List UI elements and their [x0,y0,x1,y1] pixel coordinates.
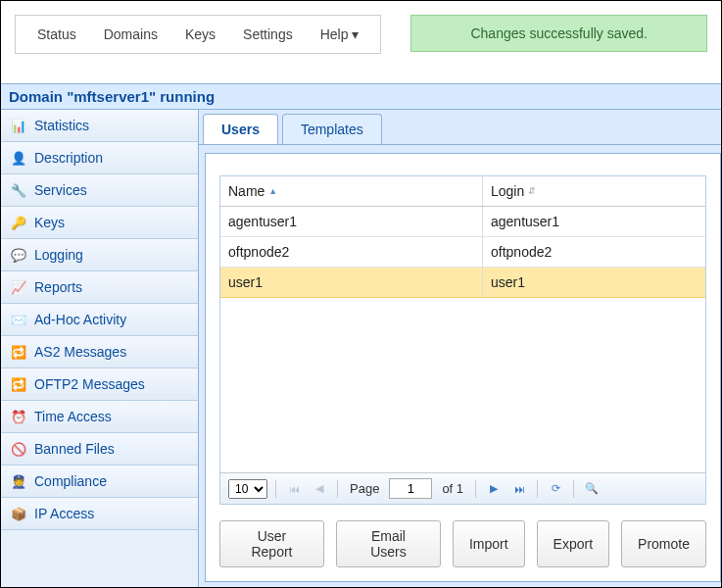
sidebar-item-label: Ad-Hoc Activity [34,312,126,327]
sidebar-item-label: Banned Files [34,441,115,457]
nav-domains[interactable]: Domains [90,21,171,48]
sidebar-item-label: Time Access [34,409,112,424]
sort-icon: ⇵ [528,186,536,196]
cell-login: oftpnode2 [483,237,705,267]
sidebar-item-label: Statistics [34,118,89,133]
sidebar-item-statistics[interactable]: 📊Statistics [1,110,198,142]
first-page-button[interactable]: ⏮ [284,479,304,499]
sidebar-item-services[interactable]: 🔧Services [1,174,198,207]
sidebar-item-statistics-icon: 📊 [11,118,26,133]
users-grid: Name▲ Login⇵ agentuser1agentuser1oftpnod… [219,175,706,505]
top-nav: Status Domains Keys Settings Help▾ [15,15,381,54]
nav-help[interactable]: Help▾ [307,21,373,48]
prev-page-button[interactable]: ◀ [310,479,329,499]
sidebar-item-adhoc[interactable]: ✉️Ad-Hoc Activity [1,304,198,336]
sort-asc-icon: ▲ [268,186,277,196]
sidebar-item-as2-icon: 🔁 [11,344,26,360]
sidebar-item-label: Description [34,150,103,166]
next-page-button[interactable]: ▶ [484,479,504,499]
sidebar-item-label: Compliance [34,473,107,489]
col-header-login[interactable]: Login⇵ [483,176,705,206]
sidebar-item-services-icon: 🔧 [11,182,26,198]
sidebar-item-label: Services [34,182,87,198]
sidebar-item-adhoc-icon: ✉️ [11,312,26,327]
sidebar-item-banned-files[interactable]: 🚫Banned Files [1,433,198,466]
pager: 10 ⏮ ◀ Page of 1 ▶ ⏭ ⟳ 🔍 [220,472,705,504]
col-header-name[interactable]: Name▲ [220,176,483,206]
import-button[interactable]: Import [453,520,525,567]
sidebar-item-compliance[interactable]: 👮Compliance [1,466,198,498]
cell-name: agentuser1 [220,207,483,236]
nav-keys[interactable]: Keys [171,21,229,48]
sidebar-item-ip-access[interactable]: 📦IP Access [1,498,198,530]
sidebar-item-label: IP Access [34,506,94,521]
sidebar-item-label: Logging [34,247,83,263]
tabs: Users Templates [199,110,721,145]
sidebar-item-banned-files-icon: 🚫 [11,441,26,457]
sidebar-item-reports[interactable]: 📈Reports [1,271,198,304]
sidebar-item-oftp2-icon: 🔁 [11,376,26,392]
nav-settings[interactable]: Settings [229,21,307,48]
nav-status[interactable]: Status [24,21,90,48]
sidebar-item-label: Reports [34,279,82,295]
user-report-button[interactable]: User Report [219,520,324,567]
sidebar-item-ip-access-icon: 📦 [11,506,26,521]
search-icon[interactable]: 🔍 [582,479,602,499]
sidebar-item-logging[interactable]: 💬Logging [1,239,198,271]
sidebar-item-keys[interactable]: 🔑Keys [1,207,198,239]
promote-button[interactable]: Promote [621,520,706,567]
table-row[interactable]: user1user1 [220,268,705,298]
tab-templates[interactable]: Templates [282,114,382,144]
sidebar-item-as2[interactable]: 🔁AS2 Messages [1,336,198,368]
sidebar-item-time-access[interactable]: ⏰Time Access [1,401,198,433]
export-button[interactable]: Export [537,520,609,567]
sidebar-item-description-icon: 👤 [11,150,26,166]
cell-login: user1 [483,268,705,297]
sidebar-item-label: OFTP2 Messages [34,376,145,392]
refresh-button[interactable]: ⟳ [546,479,565,499]
email-users-button[interactable]: Email Users [336,520,441,567]
tab-users[interactable]: Users [203,114,278,144]
page-size-select[interactable]: 10 [228,479,267,499]
page-label: Page [350,481,379,496]
table-row[interactable]: agentuser1agentuser1 [220,207,705,237]
cell-name: user1 [220,268,483,297]
last-page-button[interactable]: ⏭ [509,479,529,499]
cell-name: oftpnode2 [220,237,483,267]
sidebar-item-description[interactable]: 👤Description [1,142,198,174]
sidebar-item-keys-icon: 🔑 [11,215,26,230]
success-alert: Changes successfully saved. [410,15,707,52]
sidebar-item-label: AS2 Messages [34,344,126,360]
sidebar: 📊Statistics👤Description🔧Services🔑Keys💬Lo… [1,110,199,588]
sidebar-item-compliance-icon: 👮 [11,473,26,489]
sidebar-item-oftp2[interactable]: 🔁OFTP2 Messages [1,368,198,401]
sidebar-item-time-access-icon: ⏰ [11,409,26,424]
domain-header: Domain "mftserver1" running [1,83,721,110]
of-label: of 1 [442,481,463,496]
sidebar-item-logging-icon: 💬 [11,247,26,263]
caret-down-icon: ▾ [352,26,359,42]
cell-login: agentuser1 [483,207,705,236]
table-row[interactable]: oftpnode2oftpnode2 [220,237,705,268]
page-number-input[interactable] [389,478,432,499]
sidebar-item-label: Keys [34,215,65,230]
sidebar-item-reports-icon: 📈 [11,279,26,295]
